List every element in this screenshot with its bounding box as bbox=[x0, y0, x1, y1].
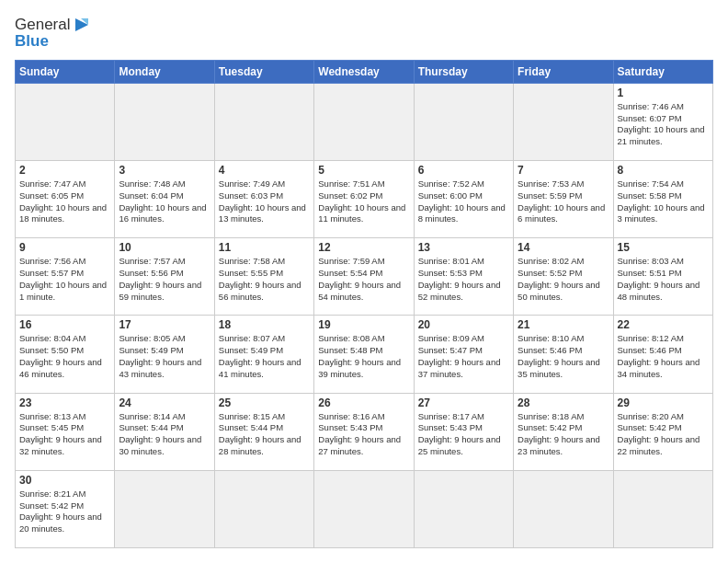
day-cell: 23Sunrise: 8:13 AM Sunset: 5:45 PM Dayli… bbox=[16, 393, 115, 470]
day-cell: 25Sunrise: 8:15 AM Sunset: 5:44 PM Dayli… bbox=[214, 393, 313, 470]
day-cell: 24Sunrise: 8:14 AM Sunset: 5:44 PM Dayli… bbox=[115, 393, 214, 470]
blue-arrow-icon bbox=[72, 15, 92, 35]
day-number: 3 bbox=[119, 164, 210, 177]
day-number: 8 bbox=[618, 164, 709, 177]
logo: General Blue bbox=[15, 15, 92, 51]
day-number: 14 bbox=[518, 241, 609, 254]
day-info: Sunrise: 7:51 AM Sunset: 6:02 PM Dayligh… bbox=[318, 178, 409, 225]
day-cell bbox=[514, 470, 613, 547]
day-cell: 17Sunrise: 8:05 AM Sunset: 5:49 PM Dayli… bbox=[115, 316, 214, 393]
day-cell bbox=[414, 83, 513, 160]
day-info: Sunrise: 7:53 AM Sunset: 5:59 PM Dayligh… bbox=[518, 178, 609, 225]
day-cell: 10Sunrise: 7:57 AM Sunset: 5:56 PM Dayli… bbox=[115, 238, 214, 316]
day-cell: 11Sunrise: 7:58 AM Sunset: 5:55 PM Dayli… bbox=[214, 238, 313, 316]
day-number: 18 bbox=[219, 318, 310, 331]
day-cell bbox=[115, 83, 214, 160]
day-cell: 15Sunrise: 8:03 AM Sunset: 5:51 PM Dayli… bbox=[613, 238, 712, 316]
day-cell bbox=[414, 470, 513, 547]
day-info: Sunrise: 8:10 AM Sunset: 5:46 PM Dayligh… bbox=[518, 333, 609, 380]
day-info: Sunrise: 7:52 AM Sunset: 6:00 PM Dayligh… bbox=[418, 178, 509, 225]
day-number: 15 bbox=[618, 241, 709, 254]
day-cell: 26Sunrise: 8:16 AM Sunset: 5:43 PM Dayli… bbox=[314, 393, 414, 470]
day-number: 20 bbox=[418, 318, 509, 331]
day-cell: 8Sunrise: 7:54 AM Sunset: 5:58 PM Daylig… bbox=[613, 160, 712, 237]
day-number: 2 bbox=[19, 164, 110, 177]
day-number: 11 bbox=[219, 241, 310, 254]
day-info: Sunrise: 8:07 AM Sunset: 5:49 PM Dayligh… bbox=[219, 333, 310, 380]
day-cell bbox=[214, 470, 313, 547]
col-header-friday: Friday bbox=[514, 60, 613, 83]
day-info: Sunrise: 8:04 AM Sunset: 5:50 PM Dayligh… bbox=[19, 333, 110, 380]
week-row-3: 16Sunrise: 8:04 AM Sunset: 5:50 PM Dayli… bbox=[16, 316, 713, 393]
day-number: 21 bbox=[518, 318, 609, 331]
day-number: 28 bbox=[518, 396, 609, 409]
day-cell bbox=[613, 470, 712, 547]
day-info: Sunrise: 8:16 AM Sunset: 5:43 PM Dayligh… bbox=[318, 411, 409, 458]
day-number: 5 bbox=[318, 164, 409, 177]
col-header-sunday: Sunday bbox=[16, 60, 115, 83]
day-info: Sunrise: 7:56 AM Sunset: 5:57 PM Dayligh… bbox=[19, 256, 110, 303]
day-number: 22 bbox=[618, 318, 709, 331]
day-info: Sunrise: 8:14 AM Sunset: 5:44 PM Dayligh… bbox=[119, 411, 210, 458]
day-cell bbox=[115, 470, 214, 547]
day-cell bbox=[314, 470, 414, 547]
day-cell: 4Sunrise: 7:49 AM Sunset: 6:03 PM Daylig… bbox=[214, 160, 313, 237]
day-cell: 12Sunrise: 7:59 AM Sunset: 5:54 PM Dayli… bbox=[314, 238, 414, 316]
day-info: Sunrise: 8:01 AM Sunset: 5:53 PM Dayligh… bbox=[418, 256, 509, 303]
day-number: 26 bbox=[318, 396, 409, 409]
day-cell bbox=[16, 83, 115, 160]
week-row-0: 1Sunrise: 7:46 AM Sunset: 6:07 PM Daylig… bbox=[16, 83, 713, 160]
day-number: 12 bbox=[318, 241, 409, 254]
day-info: Sunrise: 8:18 AM Sunset: 5:42 PM Dayligh… bbox=[518, 411, 609, 458]
col-header-wednesday: Wednesday bbox=[314, 60, 414, 83]
day-info: Sunrise: 7:48 AM Sunset: 6:04 PM Dayligh… bbox=[119, 178, 210, 225]
day-info: Sunrise: 7:46 AM Sunset: 6:07 PM Dayligh… bbox=[618, 101, 709, 148]
day-cell: 3Sunrise: 7:48 AM Sunset: 6:04 PM Daylig… bbox=[115, 160, 214, 237]
week-row-2: 9Sunrise: 7:56 AM Sunset: 5:57 PM Daylig… bbox=[16, 238, 713, 316]
page: General Blue SundayMondayTuesdayWednesda… bbox=[0, 0, 728, 563]
day-info: Sunrise: 8:13 AM Sunset: 5:45 PM Dayligh… bbox=[19, 411, 110, 458]
day-cell: 6Sunrise: 7:52 AM Sunset: 6:00 PM Daylig… bbox=[414, 160, 513, 237]
day-info: Sunrise: 8:08 AM Sunset: 5:48 PM Dayligh… bbox=[318, 333, 409, 380]
col-header-thursday: Thursday bbox=[414, 60, 513, 83]
day-number: 30 bbox=[19, 474, 110, 487]
day-number: 23 bbox=[19, 396, 110, 409]
day-info: Sunrise: 7:59 AM Sunset: 5:54 PM Dayligh… bbox=[318, 256, 409, 303]
day-info: Sunrise: 8:09 AM Sunset: 5:47 PM Dayligh… bbox=[418, 333, 509, 380]
day-number: 4 bbox=[219, 164, 310, 177]
col-header-monday: Monday bbox=[115, 60, 214, 83]
day-cell: 18Sunrise: 8:07 AM Sunset: 5:49 PM Dayli… bbox=[214, 316, 313, 393]
day-number: 25 bbox=[219, 396, 310, 409]
day-cell: 16Sunrise: 8:04 AM Sunset: 5:50 PM Dayli… bbox=[16, 316, 115, 393]
week-row-1: 2Sunrise: 7:47 AM Sunset: 6:05 PM Daylig… bbox=[16, 160, 713, 237]
day-cell: 27Sunrise: 8:17 AM Sunset: 5:43 PM Dayli… bbox=[414, 393, 513, 470]
day-number: 27 bbox=[418, 396, 509, 409]
day-info: Sunrise: 8:21 AM Sunset: 5:42 PM Dayligh… bbox=[19, 488, 110, 535]
day-number: 10 bbox=[119, 241, 210, 254]
day-number: 6 bbox=[418, 164, 509, 177]
day-cell: 14Sunrise: 8:02 AM Sunset: 5:52 PM Dayli… bbox=[514, 238, 613, 316]
day-cell: 19Sunrise: 8:08 AM Sunset: 5:48 PM Dayli… bbox=[314, 316, 414, 393]
day-info: Sunrise: 8:03 AM Sunset: 5:51 PM Dayligh… bbox=[618, 256, 709, 303]
day-info: Sunrise: 7:49 AM Sunset: 6:03 PM Dayligh… bbox=[219, 178, 310, 225]
day-number: 13 bbox=[418, 241, 509, 254]
day-info: Sunrise: 7:57 AM Sunset: 5:56 PM Dayligh… bbox=[119, 256, 210, 303]
day-cell: 20Sunrise: 8:09 AM Sunset: 5:47 PM Dayli… bbox=[414, 316, 513, 393]
day-cell: 29Sunrise: 8:20 AM Sunset: 5:42 PM Dayli… bbox=[613, 393, 712, 470]
day-info: Sunrise: 8:02 AM Sunset: 5:52 PM Dayligh… bbox=[518, 256, 609, 303]
day-cell: 30Sunrise: 8:21 AM Sunset: 5:42 PM Dayli… bbox=[16, 470, 115, 547]
day-info: Sunrise: 8:20 AM Sunset: 5:42 PM Dayligh… bbox=[618, 411, 709, 458]
col-header-tuesday: Tuesday bbox=[214, 60, 313, 83]
week-row-5: 30Sunrise: 8:21 AM Sunset: 5:42 PM Dayli… bbox=[16, 470, 713, 547]
day-number: 7 bbox=[518, 164, 609, 177]
logo-svg: General Blue bbox=[15, 15, 92, 51]
day-cell: 5Sunrise: 7:51 AM Sunset: 6:02 PM Daylig… bbox=[314, 160, 414, 237]
day-number: 16 bbox=[19, 318, 110, 331]
week-row-4: 23Sunrise: 8:13 AM Sunset: 5:45 PM Dayli… bbox=[16, 393, 713, 470]
day-cell: 7Sunrise: 7:53 AM Sunset: 5:59 PM Daylig… bbox=[514, 160, 613, 237]
day-info: Sunrise: 8:17 AM Sunset: 5:43 PM Dayligh… bbox=[418, 411, 509, 458]
day-number: 17 bbox=[119, 318, 210, 331]
day-number: 1 bbox=[618, 86, 709, 99]
day-cell: 9Sunrise: 7:56 AM Sunset: 5:57 PM Daylig… bbox=[16, 238, 115, 316]
day-cell: 28Sunrise: 8:18 AM Sunset: 5:42 PM Dayli… bbox=[514, 393, 613, 470]
